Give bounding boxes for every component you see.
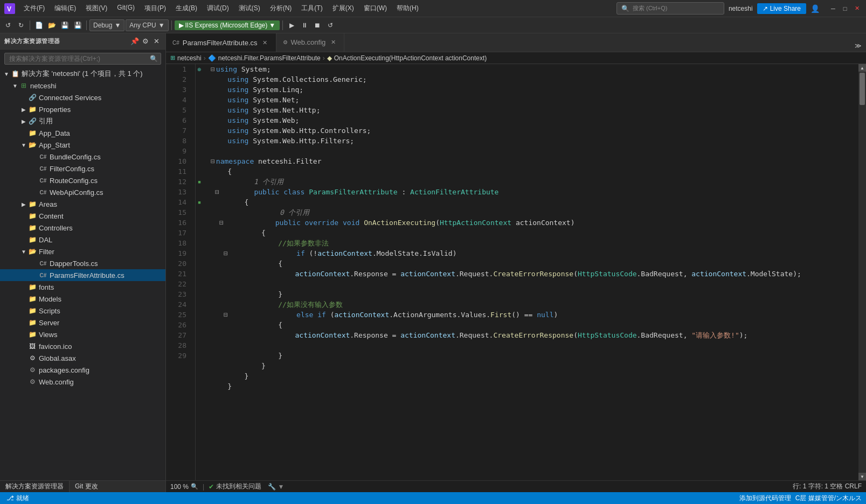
project-root-item[interactable]: ▼ ⊞ netceshi: [0, 80, 165, 92]
scroll-up-button[interactable]: ▲: [858, 64, 866, 72]
breadcrumb-project-label[interactable]: netceshi: [177, 54, 202, 62]
vertical-scrollbar[interactable]: ▲ ▼: [858, 64, 866, 480]
live-share-icon: ↗: [763, 5, 768, 12]
start-debug-button[interactable]: ▶: [286, 19, 297, 31]
webapiconfig-icon: C#: [39, 188, 47, 197]
sidebar-item-areas[interactable]: ▶ 📁 Areas: [0, 198, 165, 210]
account-icon[interactable]: 👤: [810, 4, 820, 13]
menu-view[interactable]: 视图(V): [81, 2, 112, 15]
menu-git[interactable]: Git(G): [113, 2, 139, 15]
breadcrumb-namespace-label[interactable]: netceshi.Filter.ParamsFilterAttribute: [218, 54, 321, 62]
breadcrumb-method-label[interactable]: OnActionExecuting(HttpActionContext acti…: [334, 54, 487, 62]
menu-tools[interactable]: 工具(T): [297, 2, 327, 15]
tab-params-filter[interactable]: C# ParamsFilterAttribute.cs ✕: [166, 33, 276, 52]
new-file-button[interactable]: 📄: [33, 19, 45, 31]
scroll-track[interactable]: [858, 72, 866, 473]
sidebar-item-favicon[interactable]: ▶ 🖼 favicon.ico: [0, 340, 165, 352]
webapiconfig-label: WebApiConfig.cs: [50, 188, 103, 197]
restore-button[interactable]: □: [840, 4, 850, 13]
redo-button[interactable]: ↻: [15, 19, 27, 31]
menu-extensions[interactable]: 扩展(X): [328, 2, 358, 15]
sidebar-item-connected-services[interactable]: ▶ 🔗 Connected Services: [0, 92, 165, 103]
sidebar-item-views[interactable]: ▶ 📁 Views: [0, 328, 165, 340]
open-button[interactable]: 📂: [46, 19, 58, 31]
tab-more-button[interactable]: ≫: [852, 40, 864, 52]
line-num-19: 19: [166, 248, 191, 258]
areas-arrow: ▶: [19, 200, 28, 208]
sidebar-item-paramsfilter[interactable]: ▶ C# ParamsFilterAttribute.cs: [0, 269, 165, 281]
pause-button[interactable]: ⏸: [299, 19, 310, 31]
run-arrow-icon: ▼: [269, 22, 275, 29]
build-dropdown[interactable]: 🔧 ▼: [268, 483, 284, 491]
sidebar-item-references[interactable]: ▶ 🔗 引用: [0, 115, 165, 127]
properties-label: Properties: [39, 106, 71, 114]
pin-button[interactable]: 📌: [130, 37, 140, 46]
tab-params-filter-close[interactable]: ✕: [261, 38, 269, 47]
gutter-2: [196, 74, 203, 85]
sidebar-item-routeconfig[interactable]: ▶ C# RouteConfig.cs: [0, 174, 165, 186]
stop-button[interactable]: ⏹: [311, 19, 323, 31]
save-all-button[interactable]: 💾: [72, 19, 84, 31]
tab-webconfig-close[interactable]: ✕: [329, 38, 337, 47]
save-button[interactable]: 💾: [59, 19, 71, 31]
sidebar-item-webapiconfig[interactable]: ▶ C# WebApiConfig.cs: [0, 186, 165, 198]
platform-dropdown[interactable]: Any CPU ▼: [126, 19, 168, 31]
gutter-14: ■: [196, 197, 203, 207]
sidebar-item-filterconfig[interactable]: ▶ C# FilterConfig.cs: [0, 163, 165, 174]
sidebar-item-webconfig[interactable]: ▶ ⚙ Web.config: [0, 376, 165, 388]
status-branch[interactable]: ⎇ 就绪: [4, 492, 31, 504]
toolbar-separator-1: [30, 20, 30, 30]
zoom-control[interactable]: 100 % 🔍: [170, 483, 198, 491]
tab-webconfig[interactable]: ⚙ Web.config ✕: [276, 33, 345, 52]
code-editor[interactable]: ⊟using System; using System.Collections.…: [206, 64, 858, 480]
encoding-label[interactable]: C层 媒媒管管/ン木ルス: [795, 494, 862, 503]
live-share-button[interactable]: ↗ Live Share: [757, 3, 806, 14]
debug-mode-dropdown[interactable]: Debug ▼: [89, 19, 124, 31]
git-changes-tab[interactable]: Git 更改: [70, 481, 103, 493]
sidebar-item-server[interactable]: ▶ 📁 Server: [0, 317, 165, 328]
sidebar-item-content[interactable]: ▶ 📁 Content: [0, 210, 165, 222]
scroll-thumb[interactable]: [860, 73, 865, 105]
sidebar-settings-button[interactable]: ⚙: [141, 37, 150, 46]
search-box[interactable]: 🔍 搜索 (Ctrl+Q): [616, 2, 724, 15]
filter-label: Filter: [39, 248, 54, 256]
minimize-button[interactable]: ─: [828, 4, 838, 13]
menu-analyze[interactable]: 分析(N): [266, 2, 296, 15]
sidebar-item-app-data[interactable]: ▶ 📁 App_Data: [0, 127, 165, 139]
menu-help[interactable]: 帮助(H): [392, 2, 423, 15]
menu-window[interactable]: 窗口(W): [359, 2, 391, 15]
sidebar-search-input[interactable]: [4, 53, 161, 65]
sidebar-item-dappertools[interactable]: ▶ C# DapperTools.cs: [0, 257, 165, 269]
close-button[interactable]: ✕: [852, 4, 862, 13]
sidebar-item-fonts[interactable]: ▶ 📁 fonts: [0, 281, 165, 293]
code-line-19: ⊟ if (!actionContext.ModelState.IsValid): [211, 248, 854, 258]
sidebar-item-controllers[interactable]: ▶ 📁 Controllers: [0, 222, 165, 234]
sidebar-item-bundleconfig[interactable]: ▶ C# BundleConfig.cs: [0, 151, 165, 163]
menu-test[interactable]: 测试(S): [234, 2, 265, 15]
menu-debug[interactable]: 调试(D): [203, 2, 233, 15]
run-button[interactable]: ▶ IIS Express (Microsoft Edge) ▼: [175, 20, 280, 30]
sidebar-item-app-start[interactable]: ▼ 📂 App_Start: [0, 139, 165, 151]
add-source-control[interactable]: 添加到源代码管理: [739, 494, 791, 503]
restart-button[interactable]: ↺: [324, 19, 336, 31]
run-target-label: IIS Express (Microsoft Edge): [185, 22, 268, 29]
menu-file[interactable]: 文件(F): [19, 2, 49, 15]
scroll-down-button[interactable]: ▼: [858, 473, 866, 480]
sidebar-item-filter[interactable]: ▼ 📂 Filter: [0, 246, 165, 257]
sidebar-item-scripts[interactable]: ▶ 📁 Scripts: [0, 305, 165, 317]
sidebar-item-models[interactable]: ▶ 📁 Models: [0, 293, 165, 305]
debug-mode-label: Debug: [93, 22, 112, 29]
sidebar-close-button[interactable]: ✕: [151, 37, 161, 46]
menu-edit[interactable]: 编辑(E): [50, 2, 80, 15]
toolbar-separator-3: [171, 20, 172, 30]
menu-project[interactable]: 项目(P): [140, 2, 170, 15]
solution-explorer-tab[interactable]: 解决方案资源管理器: [0, 481, 70, 493]
solution-root-item[interactable]: ▼ 📋 解决方案 'netceshi' (1 个项目，共 1 个): [0, 68, 165, 80]
sidebar-item-global[interactable]: ▶ ⚙ Global.asax: [0, 352, 165, 364]
tab-params-filter-label: ParamsFilterAttribute.cs: [183, 39, 258, 47]
menu-build[interactable]: 生成(B): [171, 2, 202, 15]
undo-button[interactable]: ↺: [2, 19, 14, 31]
sidebar-item-dal[interactable]: ▶ 📁 DAL: [0, 234, 165, 246]
sidebar-item-packages[interactable]: ▶ ⚙ packages.config: [0, 364, 165, 376]
sidebar-item-properties[interactable]: ▶ 📁 Properties: [0, 103, 165, 115]
